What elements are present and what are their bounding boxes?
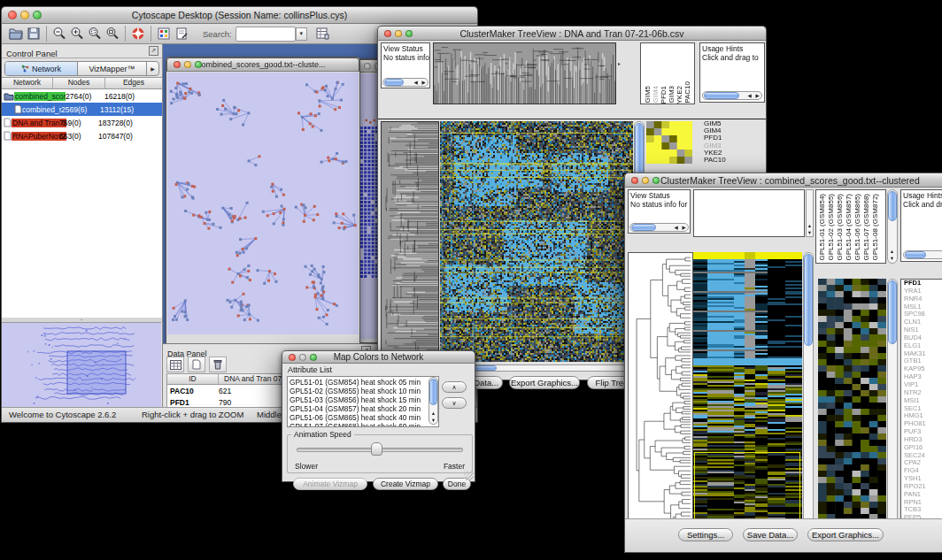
treeview-dna-title: ClusterMaker TreeView : DNA and Tran 07-… xyxy=(378,28,766,39)
column-tree-vscrollbar[interactable]: ▲▼ xyxy=(806,189,814,237)
row-dendrogram[interactable] xyxy=(628,252,693,533)
minimize-button[interactable] xyxy=(642,177,649,184)
view-status-box: View Status No status info for ◀▶ xyxy=(381,42,430,88)
window-title: Cytoscape Desktop (Session Name: collins… xyxy=(2,10,477,20)
strip-marker-icon: ▸ xyxy=(618,60,621,66)
close-button[interactable] xyxy=(631,177,638,184)
map-colors-title-bar[interactable]: Map Colors to Network xyxy=(282,350,475,364)
view-status-scrollbar[interactable]: ◀▶ xyxy=(629,223,689,232)
float-panel-icon[interactable]: ⇗ xyxy=(149,46,158,56)
attribute-list-vscrollbar[interactable]: ▲▼ xyxy=(429,377,438,425)
zoom-button[interactable] xyxy=(310,354,317,361)
annotation-icon[interactable] xyxy=(173,26,190,42)
network-row[interactable]: DNA and Tran 07 769(0) 183728(0) xyxy=(2,116,162,129)
global-heatmap[interactable] xyxy=(818,279,886,532)
attribute-list-item[interactable]: GPL51-06 (GSM865) heat shock 40 min xyxy=(290,413,436,422)
window-treeview-combined: ClusterMaker TreeView : combined_scores_… xyxy=(624,173,942,553)
status-zoom-hint: Right-click + drag to ZOOM xyxy=(142,410,243,419)
attribute-list-item[interactable]: GPL51-07 (GSM868) heat shock 60 min xyxy=(290,422,436,427)
animate-vizmap-button[interactable]: Animate Vizmap xyxy=(293,478,367,490)
export-graphics-button[interactable]: Export Graphics... xyxy=(807,528,884,541)
treeview-dna-title-bar[interactable]: ClusterMaker TreeView : DNA and Tran 07-… xyxy=(377,26,767,41)
expression-heatmap[interactable] xyxy=(440,121,633,362)
zoom-button[interactable] xyxy=(405,30,413,37)
search-input[interactable] xyxy=(236,27,296,42)
slider-max-label: Faster xyxy=(444,462,465,471)
vizmapper-icon[interactable] xyxy=(155,26,173,42)
treeview-combined-title-bar[interactable]: ClusterMaker TreeView : combined_scores_… xyxy=(624,173,942,188)
attribute-table-icon[interactable] xyxy=(314,26,332,42)
attribute-list-label: Attribute List xyxy=(288,365,332,374)
global-heatmap-vscrollbar[interactable]: ▲▼ xyxy=(887,279,898,532)
search-label: Search: xyxy=(203,29,232,39)
network-row[interactable]: RNAPuberNov2+ 563(0) 107847(0) xyxy=(2,129,162,142)
zoom-button[interactable] xyxy=(652,177,660,184)
close-button[interactable] xyxy=(364,63,371,70)
array-column-label: GPL51-03 (GSM856) xyxy=(837,194,844,261)
tab-overflow-arrow[interactable]: ▶ xyxy=(147,62,158,75)
attribute-select-icon[interactable] xyxy=(166,357,184,372)
zoom-out-icon[interactable] xyxy=(50,26,68,42)
export-graphics-button[interactable]: Export Graphics... xyxy=(509,376,580,389)
attribute-list-item[interactable]: GPL51-04 (GSM857) heat shock 20 min xyxy=(290,404,436,413)
col-header-edges[interactable]: Edges xyxy=(105,78,162,89)
close-button[interactable] xyxy=(8,11,17,19)
move-up-button[interactable]: ∧ xyxy=(442,381,467,393)
view-status-scrollbar[interactable]: ◀▶ xyxy=(382,78,429,87)
minimize-button[interactable] xyxy=(299,354,306,361)
matrix-row-label: PAC10 xyxy=(704,157,748,164)
expression-heatmap[interactable] xyxy=(693,252,802,532)
row-dendrogram[interactable] xyxy=(381,121,439,364)
tab-vizmapper[interactable]: VizMapper™ xyxy=(78,62,147,75)
birdseye-view[interactable] xyxy=(2,322,161,409)
zoom-in-icon[interactable] xyxy=(68,26,86,42)
cytoscape-title-bar[interactable]: Cytoscape Desktop (Session Name: collins… xyxy=(1,6,478,24)
network-row-selected[interactable]: combined_sco 2569(6) 13112(15) xyxy=(2,103,162,116)
heatmap-vscrollbar[interactable]: ▲▼ xyxy=(803,252,814,532)
new-attribute-icon[interactable] xyxy=(188,357,205,372)
open-session-icon[interactable] xyxy=(7,26,25,42)
zoom-button[interactable] xyxy=(33,11,42,19)
minimize-button[interactable] xyxy=(20,11,29,19)
close-button[interactable] xyxy=(174,61,181,68)
minimize-button[interactable] xyxy=(395,30,402,37)
file-icon xyxy=(4,131,12,141)
column-dendrogram-area[interactable] xyxy=(693,189,805,237)
delete-attribute-icon[interactable] xyxy=(209,357,227,372)
zoom-fit-icon[interactable] xyxy=(104,26,121,42)
save-session-icon[interactable] xyxy=(25,26,42,42)
col-header-nodes[interactable]: Nodes xyxy=(53,78,105,89)
move-down-button[interactable]: ∨ xyxy=(442,397,467,409)
col-header-network[interactable]: Network xyxy=(2,78,53,89)
network-row[interactable]: combined_scores 2764(0) 16218(0) xyxy=(2,89,162,103)
usage-hints-message: Click and drag to xyxy=(702,53,762,62)
usage-hints-scrollbar[interactable]: ◀▶ xyxy=(702,91,762,100)
attribute-list[interactable]: GPL51-01 (GSM854) heat shock 05 minGPL51… xyxy=(287,376,439,427)
create-vizmap-button[interactable]: Create Vizmap xyxy=(373,478,438,490)
zoom-selected-icon[interactable] xyxy=(86,26,104,42)
tab-network[interactable]: Network xyxy=(5,62,78,75)
gene-label-list[interactable]: PFD1YRA1RNR4MSL1SPC98CLN1NIS1BUD4ELG1MAK… xyxy=(900,279,942,532)
close-button[interactable] xyxy=(289,354,296,361)
resize-grip[interactable] xyxy=(464,471,474,480)
column-labels-vscrollbar[interactable]: ▲▼ xyxy=(887,189,898,264)
usage-hints-scrollbar[interactable] xyxy=(903,250,942,259)
minimize-button[interactable] xyxy=(184,61,191,68)
col-header-id[interactable]: ID xyxy=(167,374,219,385)
attribute-list-item[interactable]: GPL51-01 (GSM854) heat shock 05 min xyxy=(290,378,436,387)
attribute-list-item[interactable]: GPL51-03 (GSM856) heat shock 15 min xyxy=(290,395,436,404)
column-dendrogram[interactable] xyxy=(433,42,616,104)
attribute-list-item[interactable]: GPL51-02 (GSM855) heat shock 10 min xyxy=(290,387,436,395)
control-panel: Control Panel ⇗ Network VizMapper™ ▶ xyxy=(2,44,163,408)
zoom-button[interactable] xyxy=(195,61,202,68)
settings-button[interactable]: Settings... xyxy=(678,528,733,541)
help-lifesaver-icon[interactable] xyxy=(129,26,147,42)
save-data-button[interactable]: Save Data... xyxy=(743,528,798,541)
close-button[interactable] xyxy=(384,30,391,37)
matrix-column-label: PFD1 xyxy=(660,86,668,104)
network1-title-bar[interactable]: combined_scores_good.txt--cluste... xyxy=(166,58,359,72)
search-dropdown-arrow[interactable]: ▼ xyxy=(296,27,307,41)
speed-slider-thumb[interactable] xyxy=(371,442,382,456)
network-canvas-1[interactable] xyxy=(167,73,359,334)
similarity-matrix[interactable] xyxy=(646,121,692,164)
